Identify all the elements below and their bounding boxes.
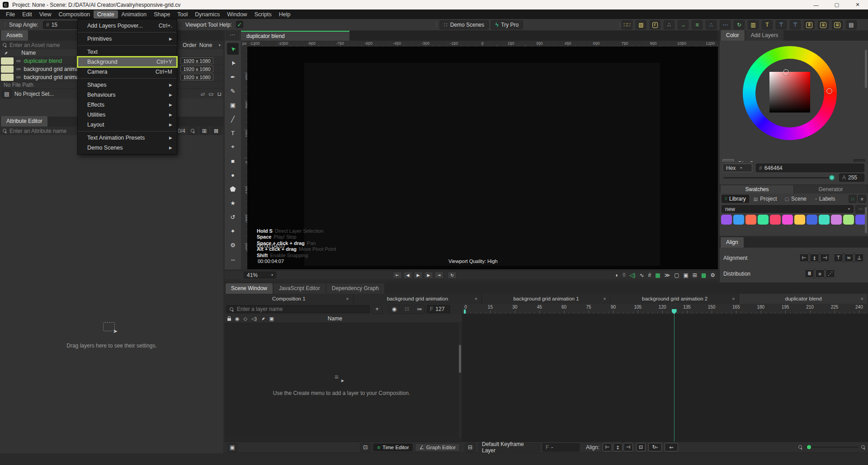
timeline-frame-field[interactable]: F - [542, 443, 580, 451]
close-tab-icon[interactable]: × [346, 296, 349, 301]
layer-list-body[interactable]: ≡ ➤ Use the Create menu to add a layer t… [225, 323, 458, 437]
scatter-filter-icon[interactable]: ∷ [401, 305, 412, 314]
kf-align-center-icon[interactable]: ‡ [613, 443, 623, 451]
camera-tool[interactable]: ▣ [227, 99, 239, 111]
swatch-source-labels[interactable]: ◔Labels [811, 195, 838, 203]
distribute-h-icon[interactable]: Ⅲ [805, 269, 814, 278]
rows-icon[interactable]: ≣ [818, 20, 829, 29]
lock-icon[interactable] [227, 318, 231, 321]
align-center-h-icon[interactable]: ‡ [810, 254, 819, 262]
attribute-search-input[interactable]: Enter an Attribute name [9, 128, 66, 134]
clear-attribute-icon[interactable]: ⊠ [212, 127, 221, 135]
solo-frame-button[interactable]: ⊡ [360, 443, 371, 452]
sv-picker-handle[interactable] [783, 69, 789, 75]
audio-icon[interactable]: ◁) [629, 272, 635, 278]
distribute-nodes-icon[interactable]: ∴ [706, 20, 717, 29]
pentagon-tool[interactable] [227, 183, 239, 195]
tab-add-layers[interactable]: Add Layers [745, 30, 784, 41]
bounds-icon[interactable]: ▢ [674, 272, 679, 278]
align-top-icon[interactable]: ⊤ [834, 254, 843, 262]
distribute-stagger-icon[interactable]: ⋰ [826, 269, 835, 278]
color-mode-dropdown[interactable]: Hex▾ [722, 164, 752, 172]
scatter-icon[interactable]: ∴ [664, 20, 675, 29]
toolbar-grip[interactable]: ⋮ [3, 22, 7, 28]
composition-tab[interactable]: duplicator blend× [739, 294, 868, 304]
demo-scenes-button[interactable]: ∷ Demo Scenes [439, 20, 489, 29]
tab-attribute-editor[interactable]: Attribute Editor [1, 116, 47, 127]
swatch-source-scene[interactable]: ▢Scene [782, 195, 810, 203]
color-swatch[interactable] [721, 215, 732, 225]
menu-file[interactable]: File [2, 10, 19, 19]
timeline-zoom-handle[interactable] [807, 445, 811, 449]
create-menu-item-camera[interactable]: CameraCtrl+M [78, 67, 177, 77]
close-tab-icon[interactable]: × [603, 296, 606, 301]
color-swatch[interactable] [770, 215, 781, 225]
duplicate-view-icon[interactable]: ⊞ [693, 272, 697, 278]
filter-settings-icon[interactable]: ≔ [414, 305, 425, 314]
extrude-box-icon[interactable]: ▧ [636, 20, 646, 29]
menu-composition[interactable]: Composition [55, 10, 94, 19]
close-tab-icon[interactable]: × [861, 296, 863, 301]
color-scrollbar[interactable] [865, 50, 867, 88]
create-menu-item-utilities[interactable]: Utilities▶ [78, 110, 177, 120]
kf-ease-icon[interactable]: ↻ ▸ [648, 443, 662, 451]
composition-tab[interactable]: background grid animation 2× [611, 294, 740, 304]
prev-frame-button[interactable]: ◀ [403, 272, 412, 279]
lasso-icon[interactable]: ∿ [639, 272, 644, 278]
jump-start-button[interactable]: ⇤ [393, 272, 402, 279]
menu-help[interactable]: Help [275, 10, 294, 19]
align-bottom-icon[interactable]: ⊥ [854, 254, 864, 262]
distribute-v-icon[interactable]: ≡ [815, 269, 825, 278]
zoom-in-icon[interactable] [861, 445, 865, 449]
asset-search-input[interactable]: Enter an Asset name [9, 42, 60, 48]
composition-tab[interactable]: background grid animation× [354, 294, 482, 304]
tab-color[interactable]: Color [721, 30, 745, 41]
dots-row-icon[interactable]: ⋯ [720, 20, 731, 29]
create-menu-item-text-animation-presets[interactable]: Text Animation Presets▶ [78, 133, 177, 143]
menu-create[interactable]: Create [94, 10, 118, 19]
grid-view-button[interactable]: ∷ [849, 195, 857, 203]
color-swatch[interactable] [819, 215, 830, 225]
grid-snap-icon[interactable]: # [648, 272, 651, 278]
no-project-set-button[interactable]: No Project Set... [14, 91, 54, 97]
work-area-start-marker[interactable] [464, 310, 466, 314]
list-view-button[interactable]: ≡ [858, 195, 866, 203]
play-button[interactable]: ▶ [414, 272, 423, 279]
kf-align-right-icon[interactable]: ⊣ [623, 443, 633, 451]
alpha-field[interactable]: A 255 [839, 174, 864, 182]
timeline-ruler[interactable]: 0153045607590105120135150165180195210225… [462, 304, 868, 314]
add-layer-button[interactable]: + [372, 305, 382, 314]
jump-end-button[interactable]: ⇥ [434, 272, 443, 279]
maximize-button[interactable]: ▢ [826, 0, 847, 9]
direct-select-tool[interactable]: ➤ [227, 57, 239, 69]
alpha-slider-track[interactable] [723, 177, 834, 178]
menu-dynamics[interactable]: Dynamics [191, 10, 223, 19]
columns-icon[interactable]: Ⅲ [804, 20, 815, 29]
transparency-checker-icon[interactable]: ▩ [701, 272, 706, 278]
find-attribute-icon[interactable] [188, 127, 197, 135]
menu-edit[interactable]: Edit [19, 10, 36, 19]
sparkle-tool[interactable]: ✦ [227, 225, 239, 237]
kf-pivot-icon[interactable]: + ▸ [665, 443, 678, 451]
trail-arrow-icon[interactable]: → [678, 20, 689, 29]
timeline-body[interactable] [462, 314, 868, 442]
create-menu-item-demo-scenes[interactable]: Demo Scenes▶ [78, 143, 177, 153]
folder-icon[interactable]: ▱ [201, 91, 205, 97]
snap-angle-field[interactable]: # 15 [43, 21, 79, 29]
isolate-icon[interactable]: ▣ [683, 272, 688, 278]
swatch-group-dropdown[interactable]: new ▾ [722, 205, 854, 213]
align-top-alt-icon[interactable]: ⊤ [790, 20, 801, 29]
display-icon[interactable]: ▭ [208, 91, 213, 97]
frame-field[interactable]: F 127 [427, 305, 450, 313]
create-menu-item-shapes[interactable]: Shapes▶ [78, 80, 177, 90]
alpha-slider-handle[interactable] [829, 175, 835, 180]
project-set-icon[interactable]: ▤ [2, 89, 12, 99]
visibility-icon[interactable]: ◉ [235, 316, 240, 322]
saturation-value-square[interactable] [769, 72, 810, 113]
loop-button[interactable]: ↻ [448, 272, 457, 279]
audio-mute-icon[interactable]: ◁) [251, 316, 257, 322]
spacing-box-icon[interactable]: ▥ [748, 20, 759, 29]
pen-tool[interactable]: ✒ [227, 71, 239, 83]
tab-dependency-graph[interactable]: Dependency Graph [326, 283, 384, 294]
create-menu-item-behaviours[interactable]: Behaviours▶ [78, 90, 177, 100]
